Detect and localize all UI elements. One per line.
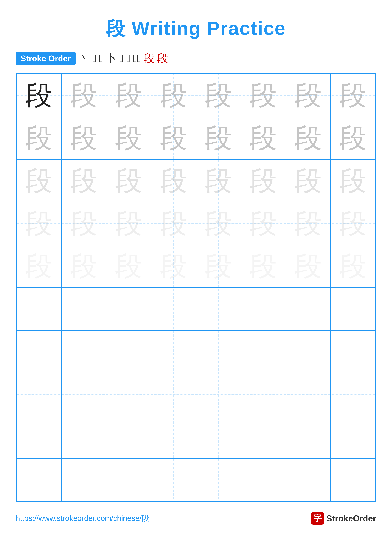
cell-1-7: 段 [286,74,331,117]
empty-cell [151,288,196,330]
char-light: 段 [295,166,322,196]
cell-3-4: 段 [151,160,196,202]
cell-2-2: 段 [61,117,106,160]
char-light: 段 [205,251,232,281]
char-light: 段 [115,80,142,110]
char-light: 段 [115,166,142,196]
empty-cell [286,330,331,373]
char-light: 段 [340,123,367,153]
char-light: 段 [205,166,232,196]
cell-1-6: 段 [241,74,286,117]
practice-row-4: 段 段 段 段 段 段 段 段 [16,202,376,245]
empty-cell [331,330,376,373]
cell-2-5: 段 [196,117,241,160]
char-light: 段 [250,80,277,110]
cell-3-7: 段 [286,160,331,202]
empty-cell [241,330,286,373]
stroke-3: 𠃉 [99,52,103,65]
empty-row-6 [16,288,376,330]
char-light: 段 [205,209,232,238]
stroke-order-row: Stroke Order 丶 𠃊 𠃉 卜 𠄌 𠂇 𠄌⺊ 段 段 [16,51,376,66]
empty-cell [16,373,61,416]
char-light: 段 [250,251,277,281]
cell-5-2: 段 [61,245,106,288]
cell-5-5: 段 [196,245,241,288]
char-light: 段 [25,123,52,153]
empty-row-10 [16,459,376,501]
char-light: 段 [25,251,52,281]
char-light: 段 [295,209,322,238]
char-light: 段 [205,80,232,110]
char-light: 段 [115,251,142,281]
cell-1-1: 段 [16,74,61,117]
empty-cell [241,288,286,330]
cell-4-1: 段 [16,202,61,245]
cell-5-3: 段 [106,245,151,288]
char-light: 段 [250,166,277,196]
empty-cell [151,459,196,501]
char-light: 段 [115,209,142,238]
cell-2-3: 段 [106,117,151,160]
empty-cell [331,288,376,330]
empty-cell [286,416,331,459]
empty-cell [196,416,241,459]
stroke-9: 段 [157,51,168,66]
cell-1-2: 段 [61,74,106,117]
cell-5-8: 段 [331,245,376,288]
cell-4-5: 段 [196,202,241,245]
empty-cell [61,459,106,501]
cell-2-6: 段 [241,117,286,160]
cell-2-8: 段 [331,117,376,160]
cell-3-1: 段 [16,160,61,202]
empty-cell [16,330,61,373]
cell-1-8: 段 [331,74,376,117]
stroke-6: 𠂇 [126,52,130,65]
practice-row-3: 段 段 段 段 段 段 段 段 [16,160,376,202]
char-light: 段 [295,251,322,281]
empty-cell [196,288,241,330]
empty-cell [106,373,151,416]
empty-cell [241,373,286,416]
empty-cell [61,288,106,330]
cell-5-7: 段 [286,245,331,288]
empty-cell [16,288,61,330]
cell-1-3: 段 [106,74,151,117]
cell-4-8: 段 [331,202,376,245]
empty-cell [106,330,151,373]
grid-table: 段 段 段 段 段 段 段 段 段 段 段 段 段 段 段 段 段 段 段 段 … [16,74,376,501]
char-light: 段 [70,251,97,281]
char-light: 段 [340,80,367,110]
empty-cell [61,330,106,373]
cell-4-2: 段 [61,202,106,245]
cell-2-1: 段 [16,117,61,160]
cell-3-5: 段 [196,160,241,202]
empty-cell [196,459,241,501]
char-light: 段 [250,123,277,153]
empty-cell [151,416,196,459]
char-light: 段 [160,166,187,196]
stroke-7: 𠄌⺊ [133,52,141,65]
cell-5-6: 段 [241,245,286,288]
empty-cell [151,373,196,416]
empty-row-7 [16,330,376,373]
footer-url: https://www.strokeorder.com/chinese/段 [16,513,149,523]
practice-row-2: 段 段 段 段 段 段 段 段 [16,117,376,160]
cell-1-4: 段 [151,74,196,117]
empty-cell [16,459,61,501]
empty-cell [286,459,331,501]
cell-2-4: 段 [151,117,196,160]
empty-cell [241,416,286,459]
char-light: 段 [160,251,187,281]
char-light: 段 [70,166,97,196]
char-light: 段 [70,209,97,238]
footer: https://www.strokeorder.com/chinese/段 字 … [16,512,376,525]
stroke-5: 𠄌 [120,52,123,65]
footer-logo: 字 StrokeOrder [311,512,376,525]
empty-cell [331,416,376,459]
strokeorder-logo-text: StrokeOrder [326,513,376,523]
char-light: 段 [160,209,187,238]
practice-row-1: 段 段 段 段 段 段 段 段 [16,74,376,117]
empty-row-9 [16,416,376,459]
empty-cell [106,459,151,501]
char-light: 段 [160,123,187,153]
